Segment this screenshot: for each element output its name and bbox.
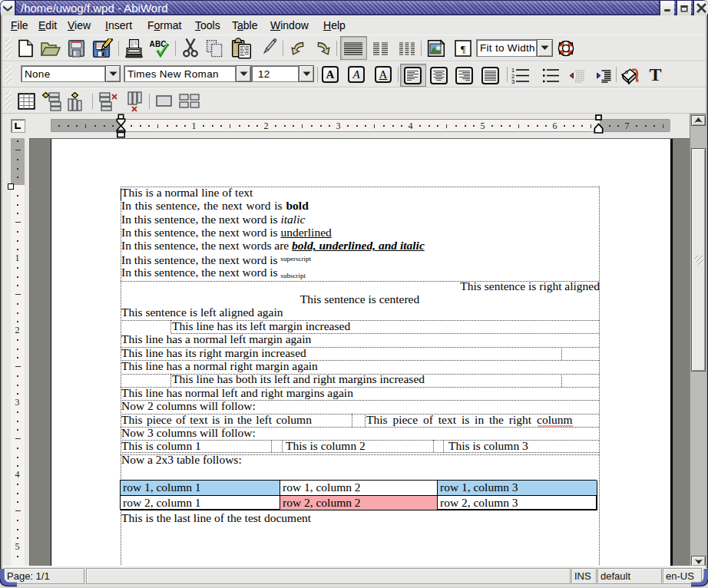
svg-text:ABC: ABC <box>150 40 167 48</box>
svg-text:¶: ¶ <box>461 43 465 55</box>
svg-text:3: 3 <box>511 78 514 84</box>
svg-text:T: T <box>649 66 661 84</box>
